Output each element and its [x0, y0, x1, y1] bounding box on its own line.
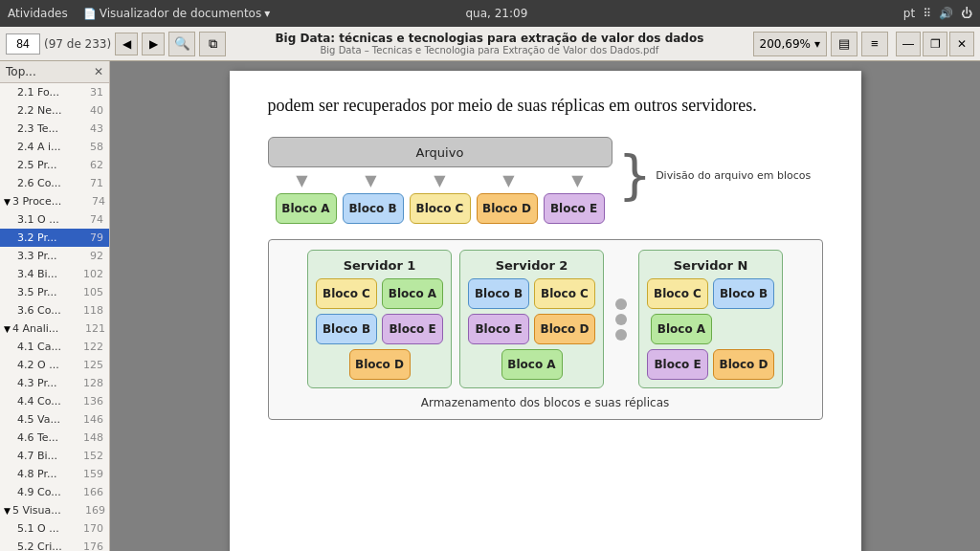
block-d-top: Bloco D [477, 193, 538, 224]
time-display: qua, 21:09 [466, 7, 528, 20]
sidebar-item-num: 71 [90, 177, 103, 189]
copy-button[interactable]: ⧉ [199, 32, 226, 56]
arquivo-box: Arquivo [268, 137, 612, 167]
view-button[interactable]: ▤ [831, 32, 858, 56]
sidebar-item[interactable]: 3.4 Bi...102 [0, 265, 109, 283]
sidebar-item[interactable]: 4.1 Ca...122 [0, 338, 109, 356]
sidebar-item[interactable]: 4.9 Co...166 [0, 483, 109, 501]
sidebar-item[interactable]: 4.8 Pr...159 [0, 465, 109, 483]
lang-indicator: pt [903, 7, 915, 20]
restore-button[interactable]: ❐ [923, 32, 947, 56]
sidebar-item-label: 2.1 Fo... [17, 86, 59, 99]
block-a-top: Bloco A [276, 193, 337, 224]
sidebar-item[interactable]: 4.3 Pr...128 [0, 374, 109, 392]
page-number-input[interactable]: 84 [6, 33, 40, 55]
pdf-page: podem ser recuperados por meio de suas r… [230, 71, 861, 551]
document-title-area: Big Data: técnicas e tecnologias para ex… [230, 32, 748, 55]
sidebar-item[interactable]: ▼5 Visua...169 [0, 501, 109, 519]
server-n-grid: Bloco C Bloco B [647, 278, 774, 309]
storage-label: Armazenamento dos blocos e suas réplicas [278, 396, 813, 409]
sidebar-title: Top... [6, 65, 36, 78]
sidebar-item[interactable]: 2.6 Co...71 [0, 174, 109, 192]
sidebar-item-num: 58 [90, 141, 103, 153]
block-e-top: Bloco E [544, 193, 605, 224]
sidebar-item[interactable]: 4.2 O ...125 [0, 356, 109, 374]
sidebar-item-num: 128 [83, 377, 103, 389]
s2-blk-d: Bloco D [534, 314, 595, 344]
sidebar-item-num: 121 [85, 322, 105, 335]
sidebar-item[interactable]: 3.2 Pr...79 [0, 229, 109, 247]
sidebar-item[interactable]: ▼4 Anali...121 [0, 320, 109, 338]
server-n-box: Servidor N Bloco C Bloco B Bloco A Bloco… [638, 250, 783, 388]
doc-viewer-menu[interactable]: 📄 Visualizador de documentos ▾ [83, 7, 271, 20]
sidebar-item-label: 4.7 Bi... [17, 450, 57, 462]
sidebar-item[interactable]: 2.4 A i...58 [0, 138, 109, 156]
sidebar-item-num: 31 [90, 86, 103, 99]
sidebar-item-num: 62 [90, 159, 103, 171]
minimize-button[interactable]: — [896, 32, 921, 56]
sidebar-item[interactable]: 3.1 O ...74 [0, 210, 109, 229]
sidebar-item-label: 2.6 Co... [17, 177, 61, 189]
section-arrow: ▼ [4, 506, 11, 516]
sidebar-item-num: 40 [90, 104, 103, 117]
server-2-single: Bloco A [468, 349, 595, 380]
sidebar-item[interactable]: 3.3 Pr...92 [0, 247, 109, 265]
zoom-selector[interactable]: 200,69% ▾ [753, 32, 827, 56]
sidebar-item-num: 118 [83, 304, 103, 317]
topbar: Atividades 📄 Visualizador de documentos … [0, 0, 980, 27]
sidebar-item[interactable]: 4.6 Te...148 [0, 429, 109, 447]
pdf-content-area[interactable]: podem ser recuperados por meio de suas r… [110, 61, 980, 551]
sidebar-item-label: 4 Anali... [12, 322, 58, 335]
sidebar-item[interactable]: 5.2 Cri...176 [0, 538, 109, 551]
s2-blk-b: Bloco B [468, 278, 529, 309]
prev-page-button[interactable]: ◀ [115, 33, 138, 55]
copy-icon: ⧉ [209, 36, 217, 52]
sidebar-item[interactable]: 3.6 Co...118 [0, 301, 109, 320]
division-label: Divisão do arquivo em blocos [656, 169, 811, 182]
sidebar-item[interactable]: 4.7 Bi...152 [0, 447, 109, 465]
server-n-title: Servidor N [647, 258, 774, 273]
sidebar-header: Top... ✕ [0, 61, 109, 83]
sidebar-close-button[interactable]: ✕ [94, 65, 103, 78]
sidebar-item[interactable]: 2.2 Ne...40 [0, 101, 109, 120]
sidebar-item-label: 4.3 Pr... [17, 377, 56, 389]
sidebar-item-num: 125 [83, 359, 103, 371]
search-button[interactable]: 🔍 [168, 32, 195, 56]
sidebar-item-label: 4.8 Pr... [17, 468, 56, 480]
s1-blk-d: Bloco D [349, 349, 411, 380]
arrow-1: ▼ [296, 171, 307, 189]
sidebar-item-label: 3 Proce... [12, 195, 61, 208]
window-controls: — ❐ ✕ [896, 32, 974, 56]
sn-blk-e: Bloco E [647, 349, 708, 380]
sidebar-item-label: 3.1 O ... [17, 213, 59, 226]
server-2-box: Servidor 2 Bloco B Bloco C Bloco E Bloco… [459, 250, 604, 388]
sidebar-item[interactable]: 4.5 Va...146 [0, 410, 109, 429]
sidebar-item[interactable]: 3.5 Pr...105 [0, 283, 109, 301]
sidebar-item-label: 4.9 Co... [17, 486, 61, 498]
brace-icon: } [618, 148, 653, 202]
sidebar-item-num: 152 [83, 450, 103, 462]
sidebar-item-label: 5.2 Cri... [17, 540, 62, 551]
sidebar-item[interactable]: 5.1 O ...170 [0, 519, 109, 538]
menu-button[interactable]: ≡ [861, 32, 888, 56]
sidebar-item[interactable]: 2.5 Pr...62 [0, 156, 109, 174]
sidebar-item[interactable]: 4.4 Co...136 [0, 392, 109, 410]
sidebar-item[interactable]: 2.1 Fo...31 [0, 83, 109, 101]
server-2-title: Servidor 2 [468, 258, 595, 273]
sn-blk-d: Bloco D [713, 349, 774, 380]
activities-label[interactable]: Atividades [8, 7, 68, 20]
sidebar-item-num: 92 [90, 250, 103, 262]
toolbar: 84 (97 de 233) ◀ ▶ 🔍 ⧉ Big Data: técnica… [0, 27, 980, 61]
arrows-row: ▼ ▼ ▼ ▼ ▼ [268, 171, 612, 189]
sidebar-item[interactable]: ▼3 Proce...74 [0, 192, 109, 210]
sidebar-item-num: 122 [83, 341, 103, 353]
section-arrow: ▼ [4, 197, 11, 207]
search-icon: 🔍 [174, 36, 190, 51]
document-title: Big Data: técnicas e tecnologias para ex… [230, 32, 748, 45]
close-button[interactable]: ✕ [949, 32, 974, 56]
sidebar-item-label: 2.2 Ne... [17, 104, 61, 117]
sidebar-item-label: 2.5 Pr... [17, 159, 56, 171]
sidebar-item[interactable]: 2.3 Te...43 [0, 120, 109, 138]
next-page-button[interactable]: ▶ [142, 33, 165, 55]
sidebar-items-list: 2.1 Fo...312.2 Ne...402.3 Te...432.4 A i… [0, 83, 109, 551]
